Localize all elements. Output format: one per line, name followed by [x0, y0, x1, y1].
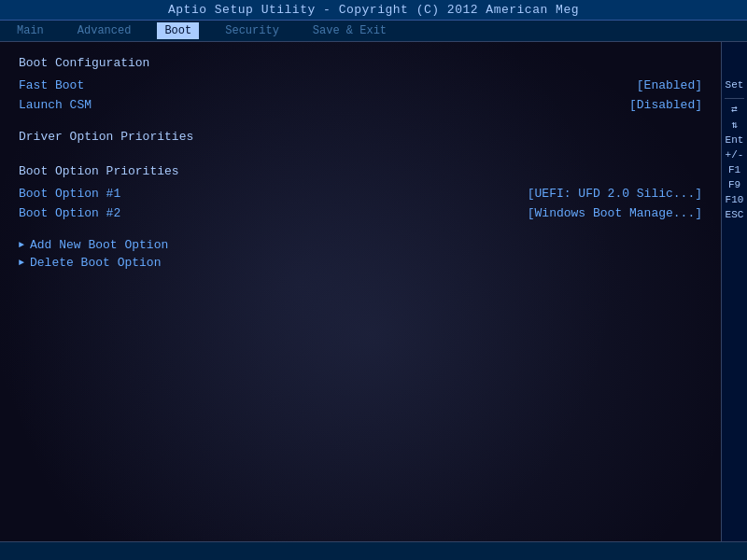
boot-config-title: Boot Configuration: [19, 56, 702, 70]
boot-option-2-value: [Windows Boot Manage...]: [528, 206, 702, 220]
divider1: [725, 98, 744, 99]
add-boot-option-item[interactable]: ► Add New Boot Option: [19, 238, 702, 252]
fast-boot-label: Fast Boot: [19, 78, 84, 92]
key-f1: F1: [725, 164, 744, 175]
menu-boot[interactable]: Boot: [157, 22, 199, 39]
help-panel: Set ⇄ ⇅ Ent +/- F1 F9 F10 ESC: [721, 42, 747, 541]
launch-csm-row[interactable]: Launch CSM [Disabled]: [19, 97, 702, 113]
menu-main[interactable]: Main: [9, 22, 51, 39]
delete-boot-option-item[interactable]: ► Delete Boot Option: [19, 256, 702, 270]
boot-option-1-row[interactable]: Boot Option #1 [UEFI: UFD 2.0 Silic...]: [19, 186, 702, 202]
fast-boot-value: [Enabled]: [637, 78, 702, 92]
boot-option-1-value: [UEFI: UFD 2.0 Silic...]: [528, 187, 702, 201]
menu-bar: Main Advanced Boot Security Save & Exit: [0, 21, 747, 42]
boot-option-title: Boot Option Priorities: [19, 164, 702, 178]
menu-security[interactable]: Security: [218, 22, 287, 39]
add-boot-option-label: Add New Boot Option: [30, 238, 168, 252]
key-f9: F9: [725, 179, 744, 190]
main-layout: Boot Configuration Fast Boot [Enabled] L…: [0, 42, 747, 541]
key-plus-minus: +/-: [725, 149, 744, 161]
key-arrows-lr: ⇄: [725, 103, 744, 115]
title-text: Aptio Setup Utility - Copyright (C) 2012…: [168, 3, 579, 17]
launch-csm-label: Launch CSM: [19, 98, 92, 112]
boot-option-2-label: Boot Option #2: [19, 206, 120, 220]
boot-option-1-label: Boot Option #1: [19, 187, 120, 201]
key-header: Set: [725, 79, 744, 91]
title-bar: Aptio Setup Utility - Copyright (C) 2012…: [0, 0, 747, 21]
add-arrow-icon: ►: [19, 240, 24, 250]
key-enter: Ent: [725, 134, 744, 146]
key-esc: ESC: [725, 209, 744, 220]
menu-advanced[interactable]: Advanced: [70, 22, 139, 39]
launch-csm-value: [Disabled]: [629, 98, 702, 112]
delete-arrow-icon: ►: [19, 258, 24, 268]
key-f10: F10: [725, 194, 744, 205]
key-arrows-ud: ⇅: [725, 119, 744, 131]
fast-boot-row[interactable]: Fast Boot [Enabled]: [19, 77, 702, 93]
delete-boot-option-label: Delete Boot Option: [30, 256, 161, 270]
menu-save-exit[interactable]: Save & Exit: [305, 22, 394, 39]
boot-option-2-row[interactable]: Boot Option #2 [Windows Boot Manage...]: [19, 205, 702, 221]
driver-option-title: Driver Option Priorities: [19, 130, 702, 144]
content-area: Boot Configuration Fast Boot [Enabled] L…: [0, 42, 721, 541]
bios-screen: Aptio Setup Utility - Copyright (C) 2012…: [0, 0, 747, 560]
bottom-bar: [0, 541, 747, 560]
